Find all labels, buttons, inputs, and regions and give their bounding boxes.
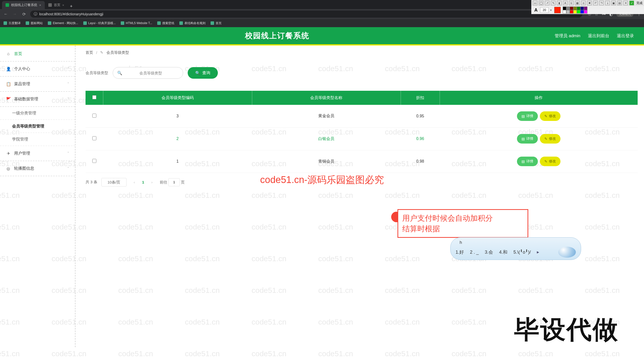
ime-candidate[interactable]: 5.\(╹o╹)/ — [513, 249, 531, 255]
tool-marker-icon[interactable]: ▮ — [557, 1, 561, 5]
next-page-icon[interactable]: › — [148, 180, 156, 184]
color-palette[interactable] — [563, 7, 587, 14]
tab-title: 校园线上订餐系统 — [11, 3, 37, 7]
logout-link[interactable]: 退出登录 — [617, 33, 634, 39]
reload-icon[interactable]: ⟳ — [21, 11, 27, 17]
tool-copy-icon[interactable]: ▣ — [611, 1, 616, 5]
page-size-select[interactable]: 10条/页 — [101, 178, 127, 187]
tool-pin-icon[interactable]: ✖ — [587, 1, 592, 5]
edit-button[interactable]: ✎修改 — [540, 157, 560, 166]
tool-redo-icon[interactable]: ↷ — [599, 1, 604, 5]
pencil-icon: ✎ — [544, 114, 547, 118]
sidebar-item[interactable]: 📋菜品管理˅ — [0, 77, 75, 92]
close-icon[interactable]: × — [62, 3, 64, 7]
bookmark-item[interactable]: 搜索壁纸 — [157, 21, 174, 25]
select-all-checkbox[interactable] — [92, 95, 96, 99]
bookmark-item[interactable]: 百度翻译 — [4, 21, 21, 25]
tool-blur-icon[interactable]: ▦ — [575, 1, 580, 5]
bookmark-icon — [211, 21, 214, 25]
tab-active[interactable]: 校园线上订餐系统 × — [2, 1, 45, 9]
forward-icon[interactable]: → — [12, 11, 18, 17]
detail-button[interactable]: ▤详情 — [517, 111, 538, 121]
cell-code: 2 — [103, 127, 252, 150]
detail-button[interactable]: ▤详情 — [517, 134, 538, 144]
sidebar-subitem[interactable]: 一级分类管理 — [0, 107, 75, 120]
breadcrumb: 首页 / ✎ 会员等级类型 — [75, 46, 638, 60]
menu-icon: 👤 — [6, 67, 11, 71]
edit-button[interactable]: ✎修改 — [540, 111, 560, 121]
sidebar-label: 个人中心 — [14, 66, 30, 72]
bookmark-item[interactable]: Layui - 经典开源模... — [83, 21, 116, 25]
tab-title: 首页 — [54, 3, 60, 7]
current-page[interactable]: 1 — [142, 180, 144, 184]
tab-other[interactable]: 首页 × — [45, 1, 68, 9]
sidebar-item[interactable]: ✈用户管理˅ — [0, 146, 75, 161]
admin-link[interactable]: 管理员 admin — [555, 33, 580, 39]
search-input[interactable] — [113, 67, 183, 79]
sidebar-home[interactable]: ⌂ 首页 — [0, 47, 75, 62]
sidebar-item[interactable]: ◎轮播图信息˅ — [0, 161, 75, 176]
home-icon: ⌂ — [6, 52, 11, 56]
font-sample-icon: A — [534, 8, 538, 13]
logout-front-link[interactable]: 退出到前台 — [588, 33, 609, 39]
search-icon: 🔍 — [117, 71, 122, 75]
sidebar-subitem[interactable]: 学院管理 — [0, 133, 75, 146]
new-tab-button[interactable]: + — [68, 4, 75, 9]
tool-rect-icon[interactable]: ▭ — [533, 1, 537, 5]
tool-text-icon[interactable]: A — [563, 1, 568, 5]
table-header: 操作 — [440, 91, 638, 105]
tool-arrow-icon[interactable]: ↗ — [545, 1, 549, 5]
bookmark-item[interactable]: 表结构命名规则 — [179, 21, 206, 25]
sidebar-item[interactable]: 👤个人中心˅ — [0, 62, 75, 77]
bookmark-label: Layui - 经典开源模... — [88, 21, 116, 25]
back-icon[interactable]: ← — [3, 11, 9, 17]
tool-ocr-icon[interactable]: ⧈ — [581, 1, 586, 5]
table-header: 会员等级类型编码 — [103, 91, 252, 105]
ime-next-icon[interactable]: ▶ — [537, 250, 539, 254]
tool-cancel-icon[interactable]: ✕ — [623, 1, 628, 5]
chevron-down-icon: ˅ — [67, 97, 69, 101]
ime-candidate[interactable]: 1.好 — [456, 249, 464, 255]
ime-candidate[interactable]: 3.会 — [485, 249, 493, 255]
bookmark-icon — [26, 21, 29, 25]
sidebar-subitem[interactable]: 会员等级类型管理 — [0, 120, 75, 133]
annotation-line2: 结算时根据 — [402, 223, 524, 234]
tool-undo-icon[interactable]: ↶ — [593, 1, 598, 5]
bookmark-item[interactable]: 首页 — [211, 21, 222, 25]
url-field[interactable]: ⓘ localhost:8081/#/dictionaryHuiyuandeng… — [30, 11, 582, 18]
ime-candidate[interactable]: 2 . _ — [470, 250, 479, 255]
goto-input[interactable] — [168, 178, 180, 186]
ime-candidate[interactable]: 4.和 — [499, 249, 507, 255]
chevron-down-icon: ˅ — [67, 167, 69, 170]
row-checkbox[interactable] — [92, 159, 96, 163]
tool-num-icon[interactable]: ① — [569, 1, 574, 5]
app-header: 校园线上订餐系统 管理员 admin 退出到前台 退出登录 — [0, 27, 644, 44]
close-icon[interactable]: × — [39, 3, 41, 7]
tool-stick-icon[interactable]: ▤ — [617, 1, 622, 5]
tool-done-icon[interactable]: ✓ — [629, 1, 634, 5]
pencil-icon: ✎ — [544, 159, 547, 163]
sidebar-label: 基础数据管理 — [14, 97, 38, 102]
crumb-root[interactable]: 首页 — [86, 50, 93, 55]
search-icon: 🔍 — [195, 71, 200, 75]
tool-save-icon[interactable]: ⤓ — [605, 1, 610, 5]
tool-oval-icon[interactable]: ◯ — [539, 1, 543, 5]
sidebar-item[interactable]: 🚩基础数据管理˅ — [0, 92, 75, 107]
tool-pen-icon[interactable]: ✎ — [551, 1, 555, 5]
main-color-swatch[interactable] — [554, 7, 561, 13]
app-title: 校园线上订餐系统 — [0, 31, 555, 41]
bookmark-icon — [121, 21, 124, 25]
bookmark-item[interactable]: 图标网站 — [26, 21, 43, 25]
edit-button[interactable]: ✎修改 — [540, 134, 560, 144]
detail-button[interactable]: ▤详情 — [517, 157, 538, 166]
font-size-input[interactable]: 20 — [540, 7, 549, 13]
row-checkbox[interactable] — [92, 136, 96, 140]
row-checkbox[interactable] — [92, 114, 96, 118]
prev-page-icon[interactable]: ‹ — [131, 180, 138, 184]
chevron-down-icon: ˅ — [67, 67, 69, 71]
bookmark-item[interactable]: Element - 网站快... — [48, 21, 78, 25]
ime-popup[interactable]: h 1.好2 . _3.会4.和5.\(╹o╹)/▶ — [450, 237, 581, 260]
tool-done-label[interactable]: 完成 — [636, 1, 642, 5]
query-button[interactable]: 🔍 查询 — [188, 67, 218, 79]
bookmark-item[interactable]: HTML5 Website T... — [121, 21, 152, 25]
